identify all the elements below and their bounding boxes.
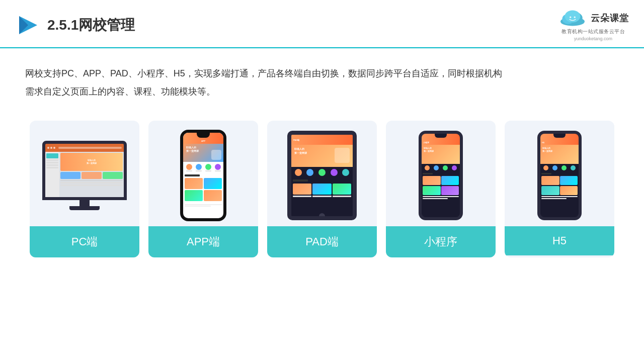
- card-pad-label: PAD端: [267, 226, 377, 257]
- logo-cloud: 云朵课堂: [557, 9, 629, 27]
- card-h5: H5 职场人的第一堂网课: [505, 121, 614, 257]
- logo-url: yunduoketang.com: [574, 36, 612, 41]
- page-title: 2.5.1网校管理: [47, 16, 135, 35]
- logo-area: 云朵课堂 教育机构一站式服务云平台 yunduoketang.com: [557, 9, 629, 41]
- header: 2.5.1网校管理 云朵课堂 教育机构一站式服务云平台 yunduoketang…: [0, 0, 644, 48]
- card-miniprogram-label: 小程序: [386, 226, 496, 257]
- svg-point-6: [570, 17, 571, 18]
- pad-mockup: PAD端 职场人的第一堂网课: [287, 131, 357, 220]
- logo-tagline: 教育机构一站式服务云平台: [561, 28, 625, 35]
- play-icon: [15, 13, 39, 37]
- phone-notch: [435, 134, 447, 138]
- card-pc-label: PC端: [30, 226, 139, 257]
- description-text: 网校支持PC、APP、PAD、小程序、H5，实现多端打通，产品各终端自由切换，数…: [0, 48, 644, 111]
- svg-point-7: [574, 17, 576, 18]
- logo-text: 云朵课堂: [591, 12, 629, 24]
- card-pc: 职场人的第一堂网课: [30, 121, 139, 257]
- card-pad: PAD端 职场人的第一堂网课: [267, 121, 377, 257]
- pc-monitor-mockup: 职场人的第一堂网课: [42, 141, 127, 210]
- card-h5-label: H5: [505, 226, 614, 255]
- card-h5-image: H5 职场人的第一堂网课: [505, 121, 614, 226]
- bottom-area: [0, 267, 644, 298]
- card-pc-image: 职场人的第一堂网课: [30, 121, 139, 226]
- card-app: APP 职场人的第一堂网课: [148, 121, 258, 257]
- card-miniprogram: 小程序 职场人的第一堂网课: [386, 121, 496, 257]
- description-paragraph: 网校支持PC、APP、PAD、小程序、H5，实现多端打通，产品各终端自由切换，数…: [25, 64, 619, 101]
- h5-phone-notch: [553, 134, 566, 138]
- card-app-image: APP 职场人的第一堂网课: [148, 121, 258, 226]
- card-miniprogram-image: 小程序 职场人的第一堂网课: [386, 121, 496, 226]
- miniprogram-mockup: 小程序 职场人的第一堂网课: [419, 131, 463, 220]
- card-pad-image: PAD端 职场人的第一堂网课: [267, 121, 377, 226]
- app-phone-mockup: APP 职场人的第一堂网课: [180, 130, 226, 221]
- cards-container: 职场人的第一堂网课: [0, 111, 644, 267]
- card-app-label: APP端: [148, 226, 258, 257]
- cloud-logo-icon: [557, 9, 588, 27]
- header-left: 2.5.1网校管理: [15, 13, 135, 37]
- h5-mockup: H5 职场人的第一堂网课: [537, 131, 582, 220]
- app-phone-notch: [197, 133, 210, 138]
